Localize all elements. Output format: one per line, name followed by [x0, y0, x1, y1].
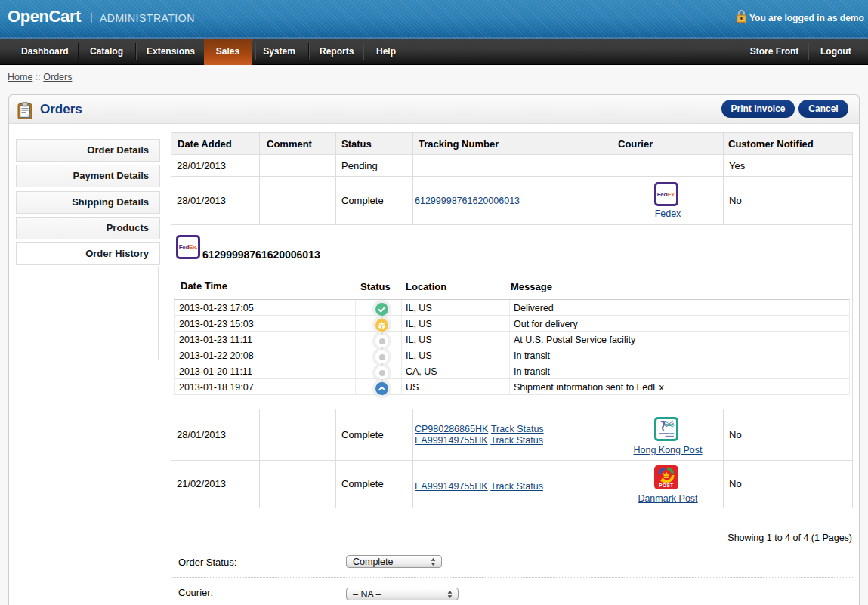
svg-text:POST: POST — [659, 483, 674, 488]
